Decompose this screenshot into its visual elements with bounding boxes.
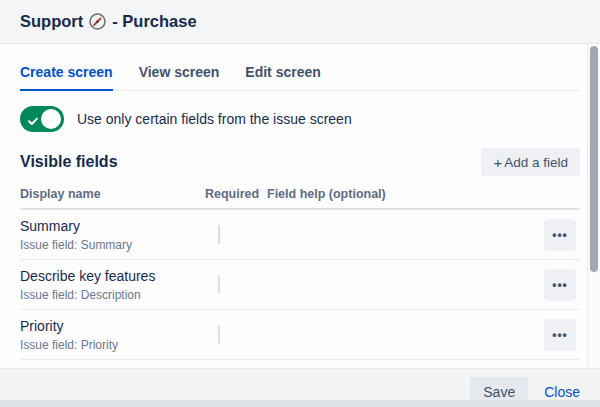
add-a-field-label: Add a field <box>504 155 568 170</box>
tab-create-screen[interactable]: Create screen <box>20 60 113 91</box>
toggle-knob <box>41 109 61 129</box>
col-display-name: Display name <box>20 187 205 201</box>
more-options-button[interactable]: ••• <box>544 319 576 351</box>
required-checkbox[interactable] <box>218 275 220 294</box>
field-display-name: Describe key features <box>20 268 205 284</box>
field-display-name: Summary <box>20 218 205 234</box>
visible-fields-title: Visible fields <box>20 153 118 171</box>
table-row-attachment: Add a file ••• <box>20 360 580 368</box>
check-icon <box>27 113 39 125</box>
col-required: Required <box>205 187 267 201</box>
table-row-description: Describe key features Issue field: Descr… <box>20 260 580 310</box>
modal-body: Create screen View screen Edit screen Us… <box>0 44 600 368</box>
field-issue-field: Issue field: Priority <box>20 338 205 352</box>
field-display-name: Priority <box>20 318 205 334</box>
required-checkbox[interactable] <box>218 325 220 344</box>
scrollbar-thumb[interactable] <box>590 46 598 272</box>
screen-tabs: Create screen View screen Edit screen <box>20 60 580 91</box>
toggle-label: Use only certain fields from the issue s… <box>77 111 352 127</box>
save-button[interactable]: Save <box>470 377 528 401</box>
page-title-suffix: - Purchase <box>112 12 196 31</box>
col-field-help: Field help (optional) <box>267 187 544 201</box>
field-issue-field: Issue field: Summary <box>20 238 205 252</box>
page-title-prefix: Support <box>20 12 83 31</box>
field-name-cell: Priority Issue field: Priority <box>20 318 205 352</box>
compass-icon <box>89 13 106 30</box>
field-name-cell: Summary Issue field: Summary <box>20 218 205 252</box>
request-form-modal: Support - Purchase Create screen View sc… <box>0 0 600 400</box>
modal-footer: Save Close <box>0 368 600 400</box>
table-row-priority: Priority Issue field: Priority ••• <box>20 310 580 360</box>
add-a-field-button[interactable]: + Add a field <box>481 148 580 176</box>
modal-header: Support - Purchase <box>0 0 600 44</box>
more-options-button[interactable]: ••• <box>544 219 576 251</box>
page-title: Support - Purchase <box>20 12 197 31</box>
visible-fields-header: Visible fields + Add a field <box>20 148 580 176</box>
tab-view-screen[interactable]: View screen <box>139 60 220 91</box>
more-options-button[interactable]: ••• <box>544 269 576 301</box>
scrollbar-track[interactable] <box>587 44 600 368</box>
field-issue-field: Issue field: Description <box>20 288 205 302</box>
fields-table-header: Display name Required Field help (option… <box>20 180 580 210</box>
close-link[interactable]: Close <box>544 384 580 400</box>
plus-icon: + <box>493 154 502 171</box>
fields-toggle-row: Use only certain fields from the issue s… <box>20 106 580 132</box>
tab-edit-screen[interactable]: Edit screen <box>245 60 320 91</box>
field-name-cell: Describe key features Issue field: Descr… <box>20 268 205 302</box>
use-certain-fields-toggle[interactable] <box>20 106 64 132</box>
table-row-summary: Summary Issue field: Summary ••• <box>20 210 580 260</box>
required-checkbox[interactable] <box>218 225 220 244</box>
